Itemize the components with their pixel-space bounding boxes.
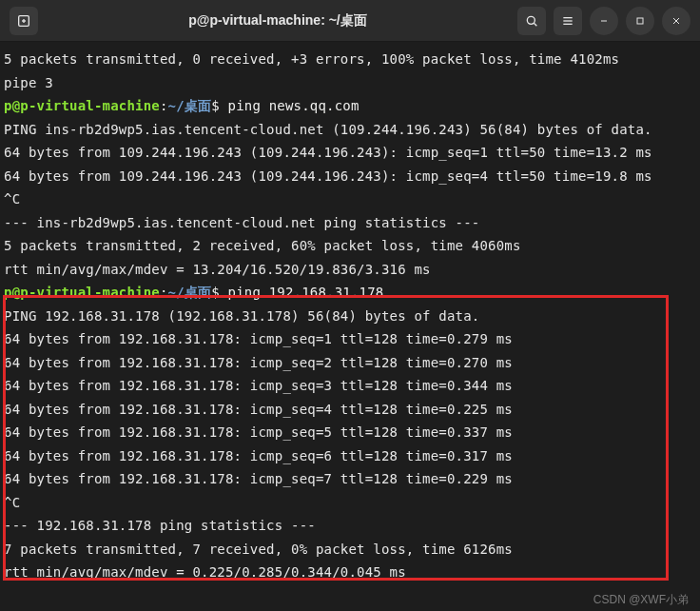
output-line: ^C: [0, 491, 700, 515]
window-title: p@p-virtual-machine: ~/桌面: [46, 12, 510, 30]
minimize-icon: [598, 15, 610, 27]
output-line: 7 packets transmitted, 7 received, 0% pa…: [0, 538, 700, 562]
svg-rect-9: [637, 18, 643, 24]
output-line: rtt min/avg/max/mdev = 13.204/16.520/19.…: [0, 258, 700, 282]
output-line: --- ins-rb2d9wp5.ias.tencent-cloud.net p…: [0, 211, 700, 235]
prompt-path: ~/桌面: [168, 98, 212, 113]
maximize-icon: [634, 15, 646, 27]
close-icon: [671, 15, 682, 27]
menu-button[interactable]: [554, 7, 582, 35]
new-tab-button[interactable]: [10, 7, 38, 35]
prompt-dollar: $: [211, 285, 220, 300]
prompt-line: p@p-virtual-machine:~/桌面$ ping news.qq.c…: [0, 94, 700, 118]
command-text: ping news.qq.com: [220, 98, 360, 113]
output-line: 64 bytes from 192.168.31.178: icmp_seq=6…: [0, 444, 700, 468]
new-tab-icon: [16, 13, 31, 29]
prompt-dollar: $: [211, 98, 220, 113]
output-line: 64 bytes from 192.168.31.178: icmp_seq=1…: [0, 327, 700, 351]
close-button[interactable]: [662, 7, 690, 35]
output-line: pipe 3: [0, 71, 700, 95]
output-line: 64 bytes from 192.168.31.178: icmp_seq=7…: [0, 467, 700, 491]
maximize-button[interactable]: [626, 7, 654, 35]
svg-line-4: [534, 23, 536, 26]
output-line: 5 packets transmitted, 0 received, +3 er…: [0, 48, 700, 71]
watermark-text: CSDN @XWF小弟: [593, 592, 689, 608]
prompt-path: ~/桌面: [168, 285, 212, 300]
terminal-output[interactable]: 5 packets transmitted, 0 received, +3 er…: [0, 42, 700, 584]
titlebar: p@p-virtual-machine: ~/桌面: [0, 0, 700, 42]
output-line: 64 bytes from 109.244.196.243 (109.244.1…: [0, 141, 700, 165]
output-line: 5 packets transmitted, 2 received, 60% p…: [0, 234, 700, 258]
hamburger-icon: [560, 13, 575, 29]
prompt-sep: :: [160, 285, 168, 300]
prompt-user: p@p-virtual-machine: [4, 98, 160, 113]
output-line: PING ins-rb2d9wp5.ias.tencent-cloud.net …: [0, 118, 700, 142]
prompt-line: p@p-virtual-machine:~/桌面$ ping 192.168.3…: [0, 281, 700, 305]
svg-point-3: [527, 16, 535, 24]
output-line: 64 bytes from 109.244.196.243 (109.244.1…: [0, 165, 700, 188]
output-line: ^C: [0, 187, 700, 211]
prompt-sep: :: [160, 98, 168, 113]
output-line: rtt min/avg/max/mdev = 0.225/0.285/0.344…: [0, 561, 700, 584]
output-line: 64 bytes from 192.168.31.178: icmp_seq=5…: [0, 421, 700, 444]
command-text: ping 192.168.31.178: [220, 285, 384, 300]
output-line: PING 192.168.31.178 (192.168.31.178) 56(…: [0, 305, 700, 328]
prompt-user: p@p-virtual-machine: [4, 285, 160, 300]
minimize-button[interactable]: [590, 7, 618, 35]
output-line: 64 bytes from 192.168.31.178: icmp_seq=4…: [0, 398, 700, 422]
output-line: --- 192.168.31.178 ping statistics ---: [0, 514, 700, 538]
search-button[interactable]: [517, 7, 546, 35]
output-line: 64 bytes from 192.168.31.178: icmp_seq=2…: [0, 351, 700, 375]
output-line: 64 bytes from 192.168.31.178: icmp_seq=3…: [0, 374, 700, 398]
search-icon: [524, 13, 539, 29]
